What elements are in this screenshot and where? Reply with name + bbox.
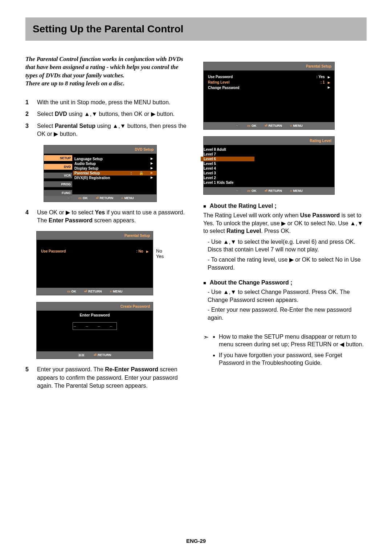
- osd-parental-setup-no: Parental Setup Use Password : No ▶ OK: [36, 231, 153, 295]
- ok-label: OK: [78, 196, 88, 200]
- menu-label: MENU: [121, 196, 134, 200]
- enter-password-label: Enter Password: [37, 313, 153, 317]
- steps-list-cont: 4 Use OK or ▶ to select Yes if you want …: [25, 209, 189, 225]
- steps-list: 1 With the unit in Stop mode, press the …: [25, 98, 189, 138]
- osd-body: Level 8 Adult Level 7 Level 6 Level 5 Le…: [204, 145, 334, 187]
- use-password-row: Use Password: Yes ▶: [208, 74, 330, 80]
- step-num: 2: [25, 110, 32, 118]
- rating-row: Level 8 Adult: [204, 147, 334, 152]
- about-change-list: Use ▲,▼ to select Change Password. Press…: [203, 288, 367, 322]
- callout-yes: Yes: [156, 254, 164, 259]
- manual-page: Setting Up the Parental Control The Pare…: [0, 0, 392, 557]
- osd2-wrap: Parental Setup Use Password : No ▶ OK: [25, 231, 189, 295]
- step-2: 2 Select DVD using ▲,▼ buttons, then OK …: [25, 110, 189, 118]
- osd-header: Parental Setup: [204, 62, 334, 70]
- step-text: With the unit in Stop mode, press the ME…: [37, 98, 189, 106]
- step-5: 5 Enter your password. The Re-Enter Pass…: [25, 366, 189, 390]
- rating-row: Level 7: [204, 152, 334, 157]
- osd-header: Rating Level: [204, 137, 334, 145]
- osd-side-tabs: SETUP DVD VCR PROG FUNC: [44, 155, 72, 196]
- step-num: 5: [25, 366, 32, 390]
- password-field: – – – –: [73, 322, 117, 330]
- tab-vcr: VCR: [44, 173, 72, 178]
- no-yes-callout: No Yes: [156, 249, 164, 259]
- tab-setup: SETUP: [44, 155, 72, 161]
- use-password-row: Use Password : No ▶: [41, 249, 148, 254]
- rating-row: Level 5: [204, 161, 334, 166]
- osd-body: Use Password : No ▶: [37, 240, 153, 288]
- title-bar: Setting Up the Parental Control: [25, 17, 367, 41]
- tip-list: How to make the SETUP menu disappear or …: [212, 333, 367, 370]
- osd-body: Use Password: Yes ▶ Rating Level: 1 ▶ Ch…: [204, 70, 334, 122]
- step-num: 1: [25, 98, 32, 106]
- return-label: RETURN: [265, 189, 282, 193]
- ok-label: OK: [247, 124, 257, 128]
- menu-item: DIVX(R) Registration▶: [74, 175, 153, 180]
- step-text: Select Parental Setup using ▲,▼ buttons,…: [37, 122, 189, 138]
- osd-footer: RETURN: [37, 351, 153, 359]
- osd-create-password: Create Password Enter Password – – – – R…: [36, 302, 153, 359]
- about-rating-para: The Rating Level will work only when Use…: [203, 211, 367, 235]
- step-text: Enter your password. The Re-Enter Passwo…: [37, 366, 189, 390]
- remote-icon: 🎮: [235, 124, 239, 128]
- about-rating-heading: About the Rating Level ;: [203, 203, 367, 209]
- osd-header: Parental Setup: [37, 231, 153, 240]
- about-rating-list: Use ▲,▼ to select the level(e.g. Level 6…: [203, 238, 367, 271]
- rating-row: Level 1 Kids Safe: [204, 180, 334, 185]
- rating-row: Level 2: [204, 175, 334, 180]
- osd-dvd-setup: DVD Setup SETUP DVD VCR PROG FUNC Langua…: [44, 145, 157, 202]
- menu-label: MENU: [290, 189, 303, 193]
- list-item: Use ▲,▼ to select the level(e.g. Level 6…: [208, 238, 367, 254]
- change-password-row: Change Password▶: [208, 85, 330, 90]
- osd-body: SETUP DVD VCR PROG FUNC Language Setup▶ …: [44, 154, 156, 194]
- list-item: To cancel the rating level, use ▶ or OK …: [208, 256, 367, 271]
- page-number: ENG-29: [0, 538, 392, 544]
- menu-item: Audio Setup▶: [74, 161, 153, 166]
- rating-row-selected: Level 6: [201, 157, 254, 161]
- osd-footer: OK RETURN MENU: [37, 288, 153, 295]
- step-num: 4: [25, 209, 32, 225]
- tip-item: If you have forgotten your password, see…: [219, 351, 367, 367]
- hand-icon: ➣: [203, 333, 209, 370]
- tab-prog: PROG: [44, 181, 72, 187]
- menu-item: Language Setup▶: [74, 157, 153, 161]
- menu-item: Display Setup▶: [74, 166, 153, 171]
- remote-icon: 🎮: [235, 189, 239, 193]
- rating-level-row: Rating Level: 1 ▶: [208, 80, 330, 85]
- return-label: RETURN: [94, 353, 111, 357]
- two-column-layout: The Parental Control function works in c…: [25, 55, 367, 394]
- step-num: 3: [25, 122, 32, 138]
- right-column: Parental Setup Use Password: Yes ▶ Ratin…: [203, 55, 367, 394]
- left-column: The Parental Control function works in c…: [25, 55, 189, 394]
- osd-parental-setup-yes: Parental Setup Use Password: Yes ▶ Ratin…: [203, 62, 335, 130]
- callout-no: No: [156, 249, 164, 254]
- about-change-heading: About the Change Password ;: [203, 279, 367, 286]
- step-text: Select DVD using ▲,▼ buttons, then OK or…: [37, 110, 189, 118]
- remote-icon: 🎮: [66, 196, 70, 200]
- steps-list-cont2: 5 Enter your password. The Re-Enter Pass…: [25, 366, 189, 390]
- tab-dvd: DVD: [44, 164, 72, 170]
- return-label: RETURN: [96, 196, 114, 200]
- menu-label: MENU: [290, 124, 303, 128]
- menu-label: MENU: [110, 290, 123, 293]
- osd-footer: 🎮 OK RETURN MENU: [204, 122, 334, 129]
- step-3: 3 Select Parental Setup using ▲,▼ button…: [25, 122, 189, 138]
- return-label: RETURN: [84, 290, 102, 293]
- step-1: 1 With the unit in Stop mode, press the …: [25, 98, 189, 106]
- list-item: Use ▲,▼ to select Change Password. Press…: [208, 288, 367, 304]
- tip-item: How to make the SETUP menu disappear or …: [219, 333, 367, 348]
- step-text: Use OK or ▶ to select Yes if you want to…: [37, 209, 189, 225]
- osd-menu-list: Language Setup▶ Audio Setup▶ Display Set…: [73, 156, 156, 181]
- rating-row: Level 4: [204, 166, 334, 171]
- tip-block: ➣ How to make the SETUP menu disappear o…: [203, 333, 367, 370]
- osd-footer: 🎮 OK RETURN MENU: [204, 187, 334, 194]
- osd-header: Create Password: [37, 302, 153, 311]
- ok-label: OK: [67, 290, 77, 293]
- return-label: RETURN: [265, 124, 282, 128]
- tab-func: FUNC: [44, 190, 72, 196]
- osd-rating-level: Rating Level Level 8 Adult Level 7 Level…: [203, 136, 335, 195]
- step-4: 4 Use OK or ▶ to select Yes if you want …: [25, 209, 189, 225]
- rating-row: Level 3: [204, 171, 334, 175]
- ok-label: OK: [247, 189, 257, 193]
- intro-text: The Parental Control function works in c…: [25, 55, 189, 88]
